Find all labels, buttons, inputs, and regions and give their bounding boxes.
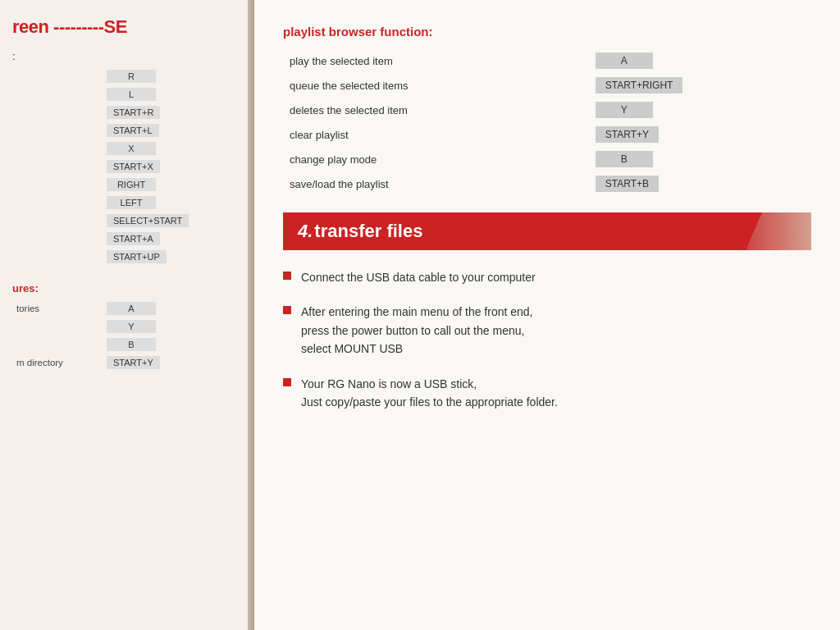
key-label — [12, 176, 103, 194]
key-value: START+UP — [103, 248, 242, 266]
bullet-item: Your RG Nano is now a USB stick,Just cop… — [283, 375, 811, 412]
transfer-number: 4. — [298, 221, 313, 242]
left-bottom-section: ures: toriesAYBm directorySTART+Y — [12, 282, 242, 372]
left-page: reen ---------SE : RLSTART+RSTART+LXSTAR… — [0, 0, 254, 630]
key-value: START+R — [103, 103, 242, 121]
left-bottom-title: ures: — [12, 282, 242, 294]
bullets-container: Connect the USB data cable to your compu… — [283, 268, 811, 411]
key-value: LEFT — [103, 194, 242, 212]
key-value: START+B — [589, 171, 811, 196]
key-value: X — [103, 139, 242, 158]
key-label — [12, 121, 103, 139]
key-value: L — [103, 85, 242, 103]
table-row: play the selected itemA — [283, 48, 811, 73]
key-value: START+Y — [103, 354, 242, 372]
table-row: RIGHT — [12, 176, 242, 194]
bullet-text: Connect the USB data cable to your compu… — [301, 268, 536, 286]
table-row: START+X — [12, 158, 242, 176]
key-label: tories — [12, 299, 103, 317]
table-row: START+A — [12, 230, 242, 248]
table-row: START+R — [12, 103, 242, 121]
table-row: save/load the playlistSTART+B — [283, 171, 811, 196]
table-row: X — [12, 139, 242, 158]
bullet-square — [283, 378, 291, 386]
key-label — [12, 103, 103, 121]
key-value: START+A — [103, 230, 242, 248]
key-label — [12, 194, 103, 212]
key-label — [12, 336, 103, 354]
table-row: change play modeB — [283, 147, 811, 171]
key-label — [12, 212, 103, 230]
key-value: B — [589, 147, 811, 171]
key-label — [12, 139, 103, 158]
table-row: m directorySTART+Y — [12, 354, 242, 372]
table-row: queue the selected itemsSTART+RIGHT — [283, 73, 811, 98]
bullet-item: After entering the main menu of the fron… — [283, 303, 811, 358]
table-row: START+L — [12, 121, 242, 139]
table-row: R — [12, 67, 242, 85]
right-page: playlist browser function: play the sele… — [254, 0, 840, 630]
key-value: Y — [589, 98, 811, 122]
bottom-key-table: toriesAYBm directorySTART+Y — [12, 299, 242, 372]
key-label — [12, 230, 103, 248]
key-value: A — [103, 299, 242, 317]
key-label — [12, 317, 103, 336]
action-label: clear playlist — [283, 122, 589, 147]
table-row: Y — [12, 317, 242, 336]
left-header: reen ---------SE — [12, 16, 242, 38]
table-row: SELECT+START — [12, 212, 242, 230]
table-row: LEFT — [12, 194, 242, 212]
key-value: R — [103, 67, 242, 85]
key-table-left: RLSTART+RSTART+LXSTART+XRIGHTLEFTSELECT+… — [12, 67, 242, 266]
table-row: B — [12, 336, 242, 354]
transfer-text: transfer files — [314, 221, 422, 242]
action-label: play the selected item — [283, 48, 589, 73]
table-row: clear playlistSTART+Y — [283, 122, 811, 147]
playlist-function-table: play the selected itemAqueue the selecte… — [283, 48, 811, 196]
key-label: m directory — [12, 354, 103, 372]
key-label — [12, 158, 103, 176]
action-label: queue the selected items — [283, 73, 589, 98]
key-label — [12, 67, 103, 85]
left-colon: : — [12, 50, 242, 62]
key-value: START+X — [103, 158, 242, 176]
table-row: toriesA — [12, 299, 242, 317]
playlist-section-title: playlist browser function: — [283, 25, 811, 39]
table-row: L — [12, 85, 242, 103]
key-value: START+L — [103, 121, 242, 139]
bullet-square — [283, 272, 291, 280]
key-value: START+Y — [589, 122, 811, 147]
bullet-text: After entering the main menu of the fron… — [301, 303, 533, 358]
key-value: START+RIGHT — [589, 73, 811, 98]
bullet-item: Connect the USB data cable to your compu… — [283, 268, 811, 286]
transfer-header: 4. transfer files — [283, 212, 811, 250]
action-label: deletes the selected item — [283, 98, 589, 122]
key-value: SELECT+START — [103, 212, 242, 230]
key-label — [12, 248, 103, 266]
key-value: RIGHT — [103, 176, 242, 194]
key-label — [12, 85, 103, 103]
action-label: save/load the playlist — [283, 171, 589, 196]
bullet-square — [283, 306, 291, 314]
bullet-text: Your RG Nano is now a USB stick,Just cop… — [301, 375, 558, 412]
key-value: Y — [103, 317, 242, 336]
table-row: deletes the selected itemY — [283, 98, 811, 122]
key-value: B — [103, 336, 242, 354]
action-label: change play mode — [283, 147, 589, 171]
key-value: A — [589, 48, 811, 73]
table-row: START+UP — [12, 248, 242, 266]
